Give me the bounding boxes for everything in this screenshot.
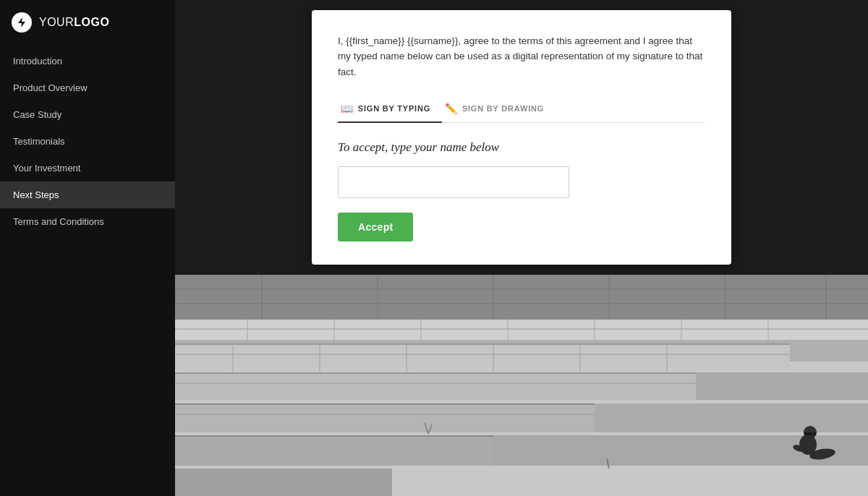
sidebar-nav: Introduction Product Overview Case Study…: [0, 48, 175, 235]
svg-rect-38: [696, 372, 868, 400]
stone-steps-image: [175, 275, 868, 496]
svg-rect-39: [595, 403, 868, 432]
logo-text: YOURLOGO: [39, 16, 109, 29]
top-section: I, {{first_name}} {{surname}}, agree to …: [175, 0, 868, 275]
sidebar-item-next-steps[interactable]: Next Steps: [0, 181, 175, 208]
tab-sign-by-drawing[interactable]: ✏️ SIGN BY DRAWING: [442, 97, 556, 123]
sidebar-item-introduction[interactable]: Introduction: [0, 48, 175, 74]
sign-tabs: 📖 SIGN BY TYPING ✏️ SIGN BY DRAWING: [338, 97, 705, 123]
sidebar-item-your-investment[interactable]: Your Investment: [0, 155, 175, 181]
sidebar-item-case-study[interactable]: Case Study: [0, 101, 175, 128]
main-content: I, {{first_name}} {{surname}}, agree to …: [175, 0, 868, 496]
svg-rect-10: [175, 403, 595, 405]
sidebar-item-terms-and-conditions[interactable]: Terms and Conditions: [0, 208, 175, 235]
lightning-icon: [12, 12, 32, 33]
svg-rect-13: [175, 469, 392, 496]
svg-rect-11: [175, 435, 493, 466]
signature-modal: I, {{first_name}} {{surname}}, agree to …: [312, 10, 731, 265]
accept-instruction: To accept, type your name below: [338, 140, 705, 155]
accept-button[interactable]: Accept: [338, 213, 413, 241]
bottom-section: [175, 275, 868, 496]
svg-rect-7: [175, 372, 696, 400]
svg-marker-0: [18, 17, 25, 27]
svg-rect-41: [175, 275, 868, 320]
sidebar: YOURLOGO Introduction Product Overview C…: [0, 0, 175, 496]
book-icon: 📖: [341, 103, 354, 114]
svg-rect-6: [175, 343, 790, 345]
svg-rect-40: [493, 435, 868, 466]
sidebar-item-testimonials[interactable]: Testimonials: [0, 128, 175, 155]
sidebar-item-product-overview[interactable]: Product Overview: [0, 74, 175, 101]
name-input[interactable]: [338, 166, 569, 198]
logo-area: YOURLOGO: [0, 0, 175, 45]
tab-sign-by-typing[interactable]: 📖 SIGN BY TYPING: [338, 97, 442, 123]
agreement-text: I, {{first_name}} {{surname}}, agree to …: [338, 33, 705, 80]
svg-rect-12: [175, 435, 493, 437]
pen-icon: ✏️: [445, 103, 458, 114]
svg-rect-5: [175, 343, 790, 369]
svg-rect-8: [175, 372, 696, 374]
svg-rect-9: [175, 403, 595, 432]
